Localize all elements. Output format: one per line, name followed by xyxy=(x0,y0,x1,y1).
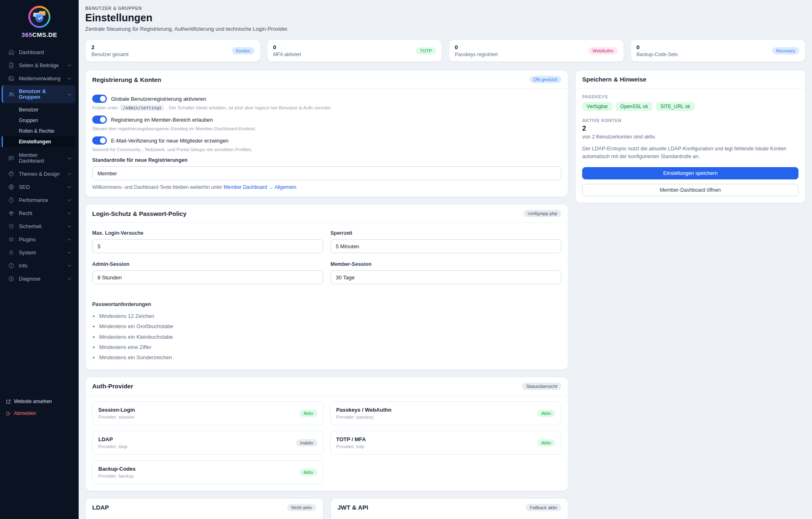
code-chip: /admin/settings xyxy=(120,105,164,111)
provider-tile-totp: TOTP / MFA Provider: totp Aktiv xyxy=(330,431,562,455)
admin-session-input[interactable] xyxy=(92,270,323,284)
chevron-down-icon xyxy=(68,224,71,227)
abmelden-link[interactable]: Abmelden xyxy=(6,410,73,416)
sidebar-item-benutzer-gruppen[interactable]: Benutzer & Gruppen xyxy=(2,85,75,103)
website-ansehen-link[interactable]: Website ansehen xyxy=(6,399,73,404)
gauge-icon xyxy=(8,197,14,203)
registration-footnote: Willkommens- und Dashboard-Texte bleiben… xyxy=(92,184,561,190)
provider-tile-session: Session-Login Provider: session Aktiv xyxy=(92,401,324,425)
open-member-dashboard-button[interactable]: Member-Dashboard öffnen xyxy=(582,184,798,196)
toggle-member-registration[interactable] xyxy=(92,116,107,124)
right-column: Speichern & Hinweise PASSKEYS Verfügbar … xyxy=(575,70,805,210)
status-chip: Verfügbar xyxy=(582,102,612,111)
member-dashboard-link[interactable]: Member Dashboard → Allgemein. xyxy=(224,184,297,190)
sidebar-footer: Website ansehen Abmelden xyxy=(0,399,79,422)
sidebar: 365CMS.DE Dashboard Seiten & Beiträge Me… xyxy=(0,0,79,519)
sidebar-subitem-benutzer[interactable]: Benutzer xyxy=(2,104,75,115)
stat-value: 0 xyxy=(637,44,678,50)
chevron-down-icon xyxy=(68,237,71,240)
sidebar-item-system[interactable]: System xyxy=(2,246,75,259)
toggle-label: E-Mail-Verifizierung für neue Mitglieder… xyxy=(111,138,229,144)
toggle-email-verification[interactable] xyxy=(92,136,107,145)
db-badge: DB-gestützt xyxy=(530,76,561,83)
stat-card-backup-codes: 0 Backup-Code-Sets Recovery xyxy=(631,39,806,62)
jwt-status-badge: Fallback aktiv xyxy=(526,504,561,511)
sidebar-subitem-rollen-rechte[interactable]: Rollen & Rechte xyxy=(2,126,75,136)
stat-label: MFA aktiviert xyxy=(273,52,302,57)
status-overview-badge: Statusübersicht xyxy=(522,383,561,390)
status-badge: Aktiv xyxy=(537,410,555,417)
sperrzeit-label: Sperrzeit xyxy=(331,230,562,236)
sidebar-item-sicherheit[interactable]: Sicherheit xyxy=(2,220,75,233)
stat-card-mfa: 0 MFA aktiviert TOTP xyxy=(267,39,442,62)
passkeys-label: PASSKEYS xyxy=(582,94,798,99)
default-role-input[interactable] xyxy=(92,166,561,180)
provider-tile-backup: Backup-Codes Provider: backup Aktiv xyxy=(92,460,324,484)
chevron-down-icon xyxy=(68,276,71,280)
member-session-label: Member-Session xyxy=(331,261,562,267)
sidebar-subitem-gruppen[interactable]: Gruppen xyxy=(2,115,75,126)
auth-provider-card: Auth-Provider Statusübersicht Session-Lo… xyxy=(85,377,568,491)
page-title: Einstellungen xyxy=(85,12,805,24)
member-session-input[interactable] xyxy=(331,270,562,284)
list-item: Mindestens ein Großbuchstabe xyxy=(99,321,561,331)
save-hints-card: Speichern & Hinweise PASSKEYS Verfügbar … xyxy=(575,70,805,203)
save-settings-button[interactable]: Einstellungen speichern xyxy=(582,167,798,179)
status-chip: SITE_URL ok xyxy=(656,102,695,111)
breadcrumb: BENUTZER & GRUPPEN xyxy=(85,6,805,11)
stat-card-benutzer: 2 Benutzer gesamt Konten xyxy=(85,39,261,62)
default-role-label: Standardrolle für neue Registrierungen xyxy=(92,157,561,163)
provider-tile-passkey: Passkeys / WebAuthn Provider: passkey Ak… xyxy=(330,401,562,425)
sliders-icon xyxy=(8,236,14,243)
chevron-down-icon xyxy=(68,172,71,175)
sidebar-item-medienverwaltung[interactable]: Medienverwaltung xyxy=(2,72,75,85)
chevron-down-icon xyxy=(68,198,71,201)
toggle-global-registration[interactable] xyxy=(92,95,107,103)
sidebar-item-plugins[interactable]: Plugins xyxy=(2,233,75,246)
status-badge: WebAuthn xyxy=(588,47,617,54)
sidebar-item-dashboard[interactable]: Dashboard xyxy=(2,46,75,59)
sidebar-item-diagnose[interactable]: Diagnose xyxy=(2,272,75,285)
users-icon xyxy=(8,91,14,97)
chevron-down-icon xyxy=(68,185,71,188)
chevron-down-icon xyxy=(68,63,71,66)
config-badge: config/app.php xyxy=(524,210,561,217)
status-badge: Konten xyxy=(232,47,254,54)
sidebar-item-info[interactable]: Info xyxy=(2,259,75,272)
jwt-api-card: JWT & API Fallback aktiv Secret-Quelle xyxy=(331,498,569,519)
card-title: Registrierung & Konten xyxy=(92,76,161,83)
chevron-down-icon xyxy=(68,211,71,214)
home-icon xyxy=(8,49,14,55)
passkeys-status-chips: Verfügbar OpenSSL ok SITE_URL ok xyxy=(582,102,798,111)
stat-label: Passkeys registriert xyxy=(455,52,498,57)
logo-icon xyxy=(28,6,50,28)
external-link-icon xyxy=(6,399,11,404)
sidebar-item-seiten-beitraege[interactable]: Seiten & Beiträge xyxy=(2,59,75,72)
app-root: 365CMS.DE Dashboard Seiten & Beiträge Me… xyxy=(0,0,812,519)
document-icon xyxy=(8,62,14,68)
status-badge: Recovery xyxy=(772,47,799,54)
status-badge: Inaktiv xyxy=(296,439,318,446)
left-column: Registrierung & Konten DB-gestützt Globa… xyxy=(85,70,568,519)
toggle-hint: Sinnvoll für Community-, Netzwerk- und P… xyxy=(92,147,561,152)
toggle-label: Registrierung im Member-Bereich erlauben xyxy=(111,117,213,123)
status-badge: Aktiv xyxy=(299,469,318,476)
sidebar-item-member-dashboard[interactable]: Member Dashboard xyxy=(2,149,75,167)
brand-name: 365CMS.DE xyxy=(22,31,57,38)
main-content: BENUTZER & GRUPPEN Einstellungen Zentral… xyxy=(79,0,812,519)
gear-icon xyxy=(8,249,14,256)
sidebar-subitem-einstellungen[interactable]: Einstellungen xyxy=(2,136,75,147)
sidebar-item-seo[interactable]: SEO xyxy=(2,181,75,193)
stat-value: 2 xyxy=(91,44,129,50)
sidebar-item-recht[interactable]: Recht xyxy=(2,207,75,220)
sperrzeit-input[interactable] xyxy=(331,239,562,253)
toggle-label: Globale Benutzerregistrierung aktivieren xyxy=(111,96,206,102)
toggle-hint: Steuert den registrierungsbezogenen Eins… xyxy=(92,126,561,131)
sidebar-item-themes-design[interactable]: Themes & Design xyxy=(2,168,75,180)
sidebar-item-performance[interactable]: Performance xyxy=(2,194,75,206)
page-subtitle: Zentrale Steuerung für Registrierung, Au… xyxy=(85,26,805,32)
info-icon xyxy=(8,263,14,269)
max-login-input[interactable] xyxy=(92,239,323,253)
sidebar-subnav-benutzer-gruppen: Benutzer Gruppen Rollen & Rechte Einstel… xyxy=(0,104,79,149)
aktive-konten-note: von 2 Benutzerkonten sind aktiv. xyxy=(582,134,798,140)
